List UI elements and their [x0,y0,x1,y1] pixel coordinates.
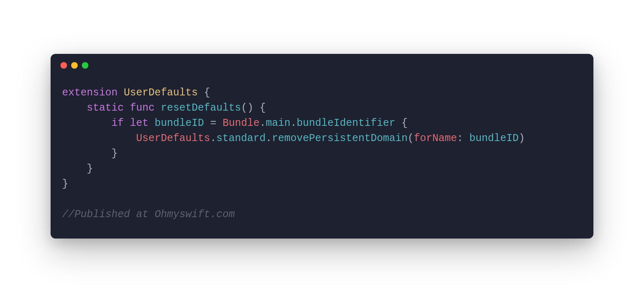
arg-bundleid: bundleID [469,132,519,144]
prop-bundleidentifier: bundleIdentifier [297,117,395,129]
code-line-6: } [62,163,93,175]
keyword-let: let [130,117,148,129]
brace-close: } [62,178,68,190]
code-content: extension UserDefaults { static func res… [51,73,593,239]
prop-main: main [266,117,290,129]
code-line-5: } [62,148,118,160]
comment-attribution: //Published at Ohmyswift.com [62,209,235,220]
class-userdefaults: UserDefaults [136,132,210,144]
brace-close: } [87,163,93,175]
maximize-icon[interactable] [82,62,88,69]
code-line-1: extension UserDefaults { [62,87,210,99]
keyword-static: static [87,102,124,114]
method-removepersistentdomain: removePersistentDomain [272,132,408,144]
keyword-if: if [111,117,124,129]
class-bundle: Bundle [222,117,259,129]
func-name: resetDefaults [161,102,241,114]
keyword-func: func [130,102,155,114]
prop-standard: standard [216,132,266,144]
type-userdefaults: UserDefaults [124,87,198,99]
brace-close: } [111,148,118,160]
brace-open: { [259,102,266,114]
close-icon[interactable] [60,62,67,69]
code-line-2: static func resetDefaults() { [62,102,266,114]
code-line-3: if let bundleID = Bundle.main.bundleIden… [62,117,408,129]
var-bundleid: bundleID [155,117,204,129]
code-line-4: UserDefaults.standard.removePersistentDo… [62,132,525,144]
brace-open: { [204,87,210,99]
code-line-7: } [62,178,68,190]
minimize-icon[interactable] [71,62,78,69]
keyword-extension: extension [62,87,118,99]
code-window: extension UserDefaults { static func res… [51,54,593,239]
titlebar [51,54,593,73]
parens: () [241,102,253,114]
param-forname: forName [414,132,457,144]
